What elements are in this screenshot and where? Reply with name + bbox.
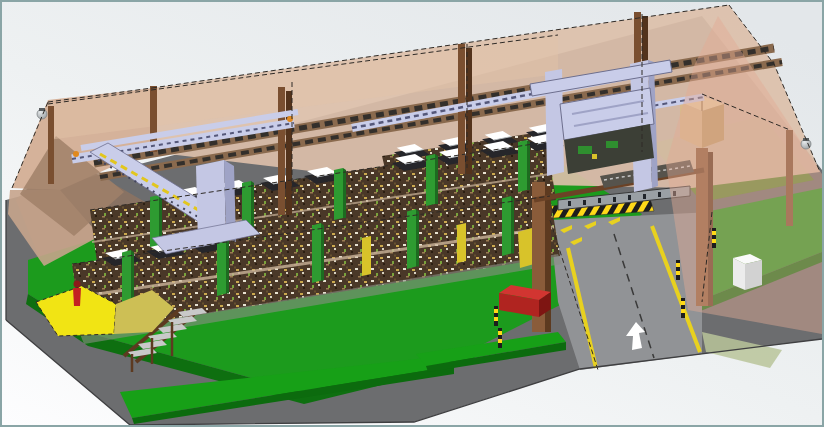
corner-post-left	[48, 106, 54, 184]
machinery-yellow-dot	[592, 154, 597, 159]
worker-body	[73, 288, 81, 306]
interior-post-1	[278, 87, 285, 215]
interior-post-1b	[286, 91, 292, 215]
worker	[73, 281, 81, 307]
cabinet-side	[745, 260, 762, 290]
cad-viewport[interactable]	[0, 0, 824, 427]
model-scene	[2, 2, 822, 425]
electrical-cabinet	[733, 254, 762, 290]
beam-tip-orange-1	[73, 151, 79, 157]
worker-head	[74, 281, 81, 288]
